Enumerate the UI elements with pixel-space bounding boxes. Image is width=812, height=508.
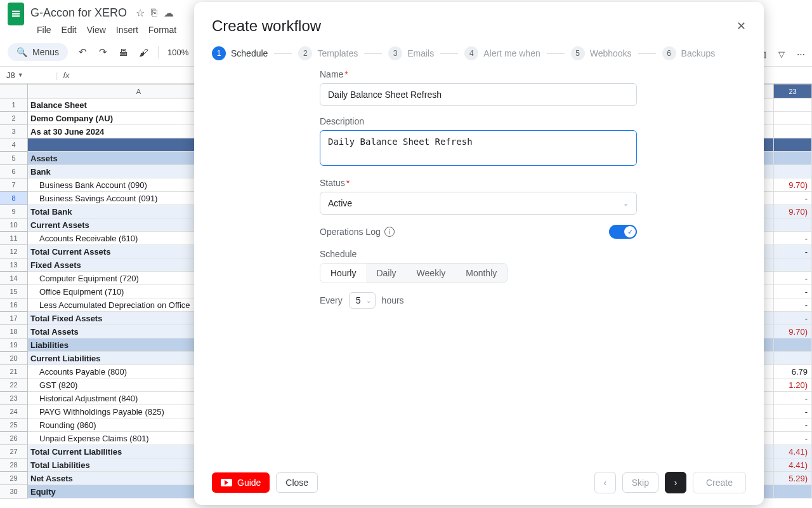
schedule-label: Schedule (320, 249, 637, 259)
close-button[interactable]: Close (276, 472, 318, 493)
seg-daily[interactable]: Daily (366, 264, 406, 283)
chevron-down-icon: ⌄ (623, 199, 629, 208)
chevron-left-icon: ‹ (603, 478, 606, 488)
step-number: 6 (662, 46, 676, 60)
name-label: Name* (320, 69, 637, 79)
step-webhooks[interactable]: 5 Webhooks (571, 46, 632, 60)
create-workflow-modal: Create workflow ✕ 1 Schedule 2 Templates… (194, 2, 764, 505)
guide-button[interactable]: Guide (212, 472, 270, 493)
every-label: Every (320, 295, 343, 305)
wizard-stepper: 1 Schedule 2 Templates 3 Emails 4 Alert … (212, 46, 746, 60)
step-label: Schedule (231, 48, 268, 58)
next-step-button[interactable]: › (665, 472, 686, 493)
step-backups[interactable]: 6 Backups (662, 46, 716, 60)
close-icon[interactable]: ✕ (737, 19, 746, 33)
step-label: Emails (407, 48, 434, 58)
step-label: Webhooks (590, 48, 632, 58)
status-label: Status* (320, 178, 637, 188)
step-number: 2 (298, 46, 312, 60)
prev-step-button[interactable]: ‹ (594, 472, 616, 493)
info-icon[interactable]: i (384, 227, 395, 237)
description-label: Description (320, 116, 637, 126)
status-select[interactable]: Active ⌄ (320, 192, 637, 215)
skip-button[interactable]: Skip (622, 472, 658, 493)
modal-title: Create workflow (212, 17, 321, 35)
seg-hourly[interactable]: Hourly (320, 264, 366, 283)
step-number: 1 (212, 46, 226, 60)
step-emails[interactable]: 3 Emails (388, 46, 434, 60)
schedule-segmented: Hourly Daily Weekly Monthly (320, 263, 508, 283)
step-label: Backups (681, 48, 716, 58)
youtube-icon (221, 479, 232, 486)
create-button[interactable]: Create (693, 472, 746, 493)
step-label: Templates (317, 48, 358, 58)
description-input[interactable] (320, 130, 637, 166)
guide-label: Guide (237, 478, 261, 488)
chevron-right-icon: › (674, 478, 678, 488)
status-value: Active (328, 198, 352, 208)
seg-monthly[interactable]: Monthly (455, 264, 507, 283)
operations-log-toggle[interactable] (609, 225, 637, 239)
step-number: 5 (571, 46, 585, 60)
name-input[interactable] (320, 83, 637, 106)
chevron-down-icon: ⌄ (366, 297, 371, 304)
every-value: 5 (356, 295, 361, 305)
seg-weekly[interactable]: Weekly (407, 264, 456, 283)
step-number: 3 (388, 46, 402, 60)
step-schedule[interactable]: 1 Schedule (212, 46, 268, 60)
step-alert[interactable]: 4 Alert me when (464, 46, 540, 60)
step-templates[interactable]: 2 Templates (298, 46, 358, 60)
step-label: Alert me when (483, 48, 540, 58)
step-number: 4 (464, 46, 478, 60)
every-value-select[interactable]: 5 ⌄ (349, 292, 376, 309)
operations-log-label: Operations Log (320, 227, 381, 237)
hours-label: hours (382, 295, 404, 305)
